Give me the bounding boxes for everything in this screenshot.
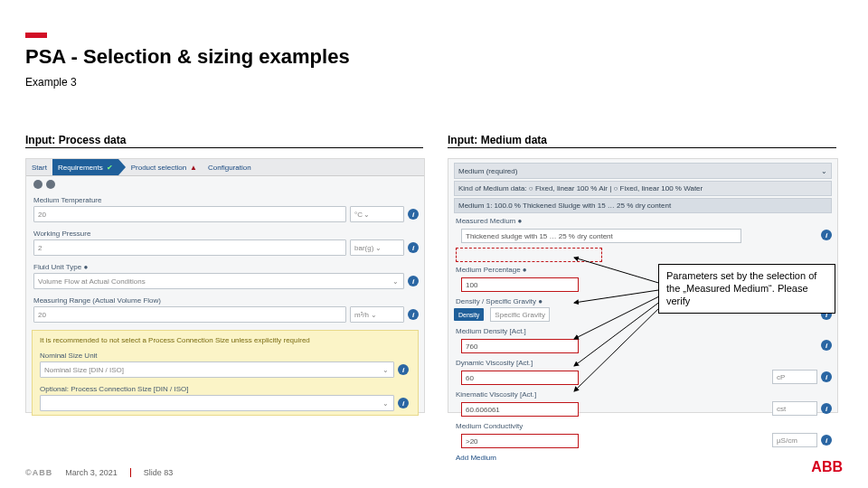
info-icon[interactable]: i (821, 230, 832, 240)
divider (25, 147, 423, 148)
measuring-range-unit[interactable]: m³/h⌄ (350, 306, 404, 323)
medium-temperature-input[interactable]: 20 (33, 206, 346, 222)
info-icon[interactable]: i (408, 242, 419, 253)
conductivity-input[interactable]: >20 (461, 434, 579, 448)
highlight-dashed-icon (456, 248, 602, 262)
chevron-down-icon: ⌄ (381, 365, 390, 374)
chevron-down-icon: ⌄ (363, 210, 372, 219)
field-label: Measuring Range (Actual Volume Flow) (26, 293, 424, 306)
page-subtitle: Example 3 (25, 76, 77, 89)
wizard-step-requirements[interactable]: Requirements ✔ (52, 159, 118, 175)
callout-box: Parameters set by the selection of the „… (658, 264, 835, 314)
footer-divider (130, 468, 131, 477)
wizard-step-label: Requirements (58, 164, 103, 172)
info-icon[interactable]: i (821, 340, 832, 351)
medium-percentage-input[interactable]: 100 (461, 277, 579, 292)
info-icon[interactable]: i (408, 209, 419, 220)
gear-icon[interactable] (46, 180, 55, 189)
wizard-step-start[interactable]: Start (26, 159, 52, 175)
footer: ©ABB March 3, 2021 Slide 83 (25, 468, 173, 477)
field-label: Optional: Process Connection Size [DIN /… (36, 381, 414, 395)
field-label: Dynamic Viscosity [Act.] (448, 355, 837, 369)
copyright: ©ABB (25, 468, 52, 477)
specific-gravity-button[interactable]: Specific Gravity (490, 307, 550, 322)
density-button[interactable]: Density (454, 308, 484, 321)
field-label: Nominal Size Unit (36, 348, 414, 361)
field-label: Kinematic Viscosity [Act.] (448, 387, 837, 400)
field-label: Medium Density [Act.] (448, 324, 837, 337)
kinematic-viscosity-input[interactable]: 60.606061 (461, 402, 579, 417)
medium-temperature-unit[interactable]: °C⌄ (350, 206, 404, 222)
recommendation-text: It is recommended to not select a Proces… (36, 334, 414, 348)
page-title: PSA - Selection & sizing examples (25, 45, 350, 69)
chevron-down-icon: ⌄ (391, 277, 400, 286)
wizard-step-configuration[interactable]: Configuration (203, 159, 257, 175)
kind-of-medium-row[interactable]: Kind of Medium data: ○ Fixed, linear 100… (454, 181, 832, 196)
medium1-row[interactable]: Medium 1: 100.0 % Thickened Sludge with … (454, 198, 832, 213)
chevron-down-icon: ⌄ (369, 310, 378, 319)
warning-icon: ▲ (190, 164, 197, 172)
field-label: Medium Temperature (26, 192, 424, 206)
medium-header[interactable]: Medium (required)⌄ (454, 163, 832, 179)
info-icon[interactable]: i (408, 276, 419, 286)
section-label-process: Input: Process data (25, 134, 126, 146)
footer-date: March 3, 2021 (65, 468, 118, 477)
unit-select[interactable]: cP (772, 370, 817, 384)
field-label: Measured Medium ● (448, 213, 837, 227)
footer-slide: Slide 83 (144, 468, 174, 477)
add-medium-link[interactable]: Add Medium (448, 450, 837, 465)
info-icon[interactable]: i (398, 398, 409, 408)
measured-medium-select[interactable]: Thickened sludge with 15 … 25 % dry cont… (461, 229, 741, 243)
chevron-down-icon: ⌄ (821, 167, 827, 175)
measuring-range-input[interactable]: 20 (33, 306, 346, 323)
info-icon[interactable]: i (398, 364, 409, 375)
chevron-down-icon: ⌄ (373, 243, 382, 252)
section-label-medium: Input: Medium data (448, 134, 547, 146)
info-icon[interactable]: i (821, 403, 832, 414)
title-bar-accent (25, 33, 47, 38)
density-input[interactable]: 760 (461, 339, 579, 353)
working-pressure-input[interactable]: 2 (33, 239, 346, 256)
wizard-step-product-selection[interactable]: Product selection ▲ (126, 159, 203, 175)
info-icon[interactable]: i (408, 309, 419, 320)
chevron-right-icon (118, 159, 126, 175)
connection-size-select[interactable]: ⌄ (40, 395, 394, 411)
divider (448, 147, 836, 148)
wizard-step-label: Product selection (131, 164, 186, 172)
wizard-steps: Start Requirements ✔ Product selection ▲… (26, 159, 424, 176)
working-pressure-unit[interactable]: bar(g)⌄ (350, 239, 404, 256)
recommendation-box: It is recommended to not select a Proces… (32, 330, 419, 416)
field-label: Medium Conductivity (448, 418, 837, 432)
chevron-down-icon: ⌄ (381, 399, 390, 408)
info-icon[interactable]: i (821, 371, 832, 382)
info-icon[interactable]: i (821, 435, 832, 446)
fluid-unit-type-select[interactable]: Volume Flow at Actual Conditions⌄ (33, 273, 404, 289)
field-label: Fluid Unit Type ● (26, 259, 424, 273)
dynamic-viscosity-input[interactable]: 60 (461, 371, 579, 385)
field-label: Working Pressure (26, 226, 424, 239)
unit-select[interactable]: cst (772, 401, 817, 416)
unit-select[interactable]: µS/cm (772, 433, 817, 447)
gear-icon[interactable] (33, 180, 42, 189)
process-data-panel: Start Requirements ✔ Product selection ▲… (25, 158, 425, 413)
nominal-size-select[interactable]: Nominal Size [DIN / ISO]⌄ (40, 361, 394, 378)
abb-logo: ABB (811, 459, 843, 475)
